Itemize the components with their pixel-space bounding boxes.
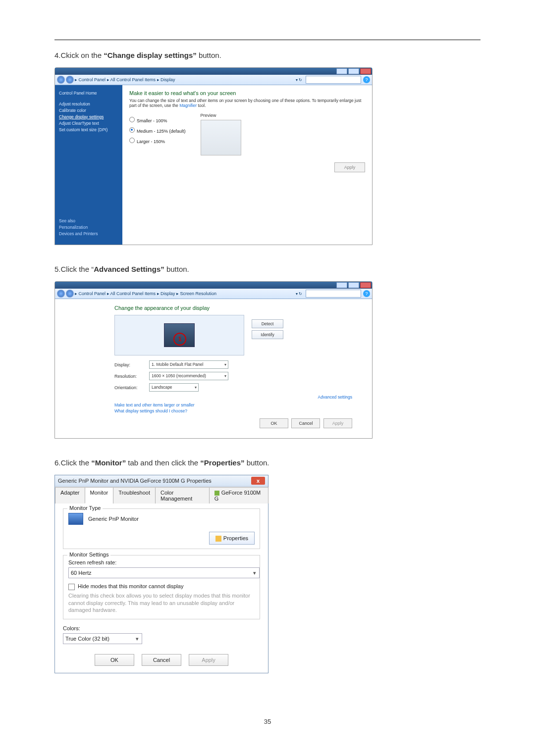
nav-back-icon[interactable] [57,290,65,298]
content-heading: Change the appearance of your display [114,305,352,311]
radio-larger[interactable]: Larger - 150% [129,138,186,144]
help-icon[interactable]: ? [363,76,370,83]
figure-display-cp: ▸ Control Panel ▸ All Control Panel Item… [54,67,481,245]
nav-fwd-icon[interactable] [66,76,74,84]
step4-suffix: button. [197,51,221,59]
colors-label: Colors: [63,625,260,631]
cancel-button[interactable]: Cancel [291,418,320,428]
display-select[interactable]: 1. Mobile Default Flat Panel [149,360,228,369]
link-textsize[interactable]: Make text and other items larger or smal… [114,403,352,407]
monitor-properties-dialog: Generic PnP Monitor and NVIDIA GeForce 9… [54,475,268,673]
sidebar-home[interactable]: Control Panel Home [59,91,118,96]
refresh-select[interactable]: 60 Hertz [68,567,260,578]
step4-prefix: 4.Ckick on the [54,51,104,59]
properties-button[interactable]: Properties [209,532,255,545]
minimize-button[interactable] [336,68,347,74]
apply-button[interactable]: Apply [334,162,365,172]
magnifier-link[interactable]: Magnifier [179,103,197,108]
content-sub: You can change the size of text and othe… [129,98,365,108]
cancel-button[interactable]: Cancel [142,654,181,666]
orientation-select[interactable]: Landscape [149,383,199,392]
close-button[interactable] [360,282,371,288]
colors-select[interactable]: True Color (32 bit) [63,633,142,644]
sidebar-cleartype[interactable]: Adjust ClearType text [59,121,118,126]
tab-troubleshoot[interactable]: Troubleshoot [113,487,156,504]
maximize-button[interactable] [348,282,359,288]
content-heading: Make it easier to read what's on your sc… [129,90,365,96]
nvidia-icon [214,491,219,496]
identify-button[interactable]: Identify [252,330,283,339]
close-button[interactable] [360,68,371,74]
close-icon[interactable]: x [251,477,265,485]
tab-geforce[interactable]: GeForce 9100M G [209,487,268,504]
maximize-button[interactable] [348,68,359,74]
sidebar-calibrate[interactable]: Calibrate color [59,108,118,113]
step6-text: 6.Click the “Monitor” tab and then click… [54,458,481,467]
search-input[interactable] [306,290,361,298]
sidebar-see-also: See also [59,218,118,223]
dialog-title: Generic PnP Monitor and NVIDIA GeForce 9… [58,478,212,484]
help-icon[interactable]: ? [363,290,370,297]
window-titlebar [55,68,372,75]
refresh-label: Screen refresh rate: [68,559,255,565]
radio-smaller[interactable]: Smaller - 100% [129,117,186,123]
page-number: 35 [54,718,481,725]
display-label: Display: [114,362,149,367]
ok-button[interactable]: OK [95,654,134,666]
minimize-button[interactable] [336,282,347,288]
advanced-settings-link[interactable]: Advanced settings [114,395,352,400]
nav-back-icon[interactable] [57,76,65,84]
apply-button[interactable]: Apply [189,654,228,666]
checkbox-icon[interactable] [68,584,75,590]
resolution-select[interactable]: 1600 × 1050 (recommended) [149,372,228,380]
search-input[interactable] [306,76,361,84]
link-whatsettings[interactable]: What display settings should I choose? [114,408,352,413]
apply-button[interactable]: Apply [323,418,352,428]
detect-button[interactable]: Detect [252,319,283,328]
sidebar-change-display[interactable]: Change display settings [59,114,118,119]
sidebar-dpi[interactable]: Set custom text size (DPI) [59,127,118,132]
ok-button[interactable]: OK [260,418,288,428]
breadcrumb[interactable]: ▸ Control Panel ▸ All Control Panel Item… [75,77,296,82]
group-monitor-type: Monitor Type [67,505,103,511]
resolution-label: Resolution: [114,374,149,379]
search-scope: ▾ ↻ [296,78,304,82]
step5-text: 5.Click the “Advanced Settings” button. [54,265,481,273]
callout-1: 1 [173,333,186,346]
monitor-icon [68,513,83,525]
breadcrumb[interactable]: ▸ Control Panel ▸ All Control Panel Item… [75,291,296,296]
sidebar-personalization[interactable]: Personalization [59,225,118,230]
shield-icon [215,536,221,542]
sidebar-devices[interactable]: Devices and Printers [59,231,118,236]
hide-modes-explain: Clearing this check box allows you to se… [68,592,255,614]
hide-modes-check[interactable]: Hide modes that this monitor cannot disp… [68,583,255,590]
tab-adapter[interactable]: Adapter [55,487,85,504]
preview-label: Preview [201,113,241,118]
window-titlebar [55,282,372,289]
monitor-thumb[interactable]: 1 [164,323,195,347]
preview-box [201,120,241,155]
sidebar-adjust-res[interactable]: Adjust resolution [59,101,118,106]
tab-strip: Adapter Monitor Troubleshoot Color Manag… [55,487,268,504]
step4-bold: “Change display settings” [104,51,197,59]
monitor-arrangement[interactable]: 1 Detect Identify [114,315,244,355]
orientation-label: Orientation: [114,385,149,390]
monitor-name: Generic PnP Monitor [88,516,139,522]
nav-fwd-icon[interactable] [66,290,74,298]
tab-color-mgmt[interactable]: Color Management [155,487,210,504]
step4-text: 4.Ckick on the “Change display settings”… [54,51,481,59]
group-monitor-settings: Monitor Settings [67,552,110,557]
figure-screen-resolution: ▸ Control Panel ▸ All Control Panel Item… [54,281,481,439]
radio-medium[interactable]: Medium - 125% (default) [129,127,186,134]
tab-monitor[interactable]: Monitor [85,487,114,504]
